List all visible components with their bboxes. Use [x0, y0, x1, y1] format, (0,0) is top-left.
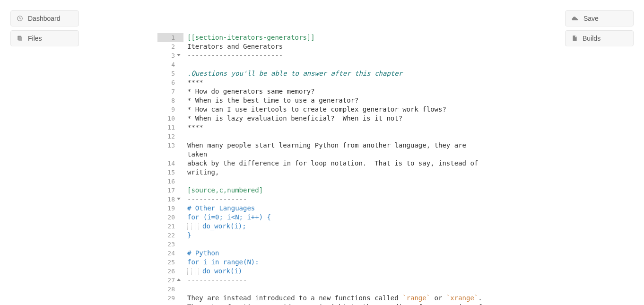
line-number: 4 [157, 60, 183, 69]
code-line[interactable]: [source,c,numbered] [187, 186, 559, 195]
code-line[interactable]: [[section-iterators-generators]] [187, 33, 559, 42]
line-number: 29 [157, 294, 183, 303]
code-line[interactable]: } [187, 231, 559, 240]
code-line[interactable]: * When is lazy evaluation beneficial? Wh… [187, 114, 559, 123]
code-line[interactable] [187, 285, 559, 294]
code-line[interactable] [187, 60, 559, 69]
line-number: 6 [157, 78, 183, 87]
line-number: 21 [157, 222, 183, 231]
code-line[interactable]: taken [187, 150, 559, 159]
code-line[interactable]: aback by the difference in for loop nota… [187, 159, 559, 168]
line-number: 9 [157, 105, 183, 114]
line-number: 30 [157, 303, 183, 305]
line-number: 19 [157, 204, 183, 213]
line-number: 3 [157, 51, 183, 60]
line-number: 27 [157, 276, 183, 285]
code-line[interactable]: **** [187, 78, 559, 87]
save-button[interactable]: Save [565, 10, 634, 26]
code-line[interactable]: **** [187, 123, 559, 132]
line-number: 23 [157, 240, 183, 249]
line-number: 26 [157, 267, 183, 276]
code-line[interactable]: for (i=0; i<N; i++) { [187, 213, 559, 222]
line-number: 2 [157, 42, 183, 51]
code-editor[interactable]: 1234567891011121314151617181920212223242… [157, 33, 559, 305]
line-number: 7 [157, 87, 183, 96]
sidebar-left: Dashboard Files [10, 10, 79, 50]
cloud-icon [571, 15, 579, 22]
code-line[interactable]: for i in range(N): [187, 258, 559, 267]
code-line[interactable]: do_work(i) [187, 267, 559, 276]
code-line[interactable]: * When is the best time to use a generat… [187, 96, 559, 105]
file-icon [571, 35, 578, 42]
line-number: 24 [157, 249, 183, 258]
code-line[interactable]: writing, [187, 168, 559, 177]
line-number: 5 [157, 69, 183, 78]
code-line[interactable]: # Python [187, 249, 559, 258]
dashboard-icon [17, 15, 23, 22]
line-number: 17 [157, 186, 183, 195]
line-number: 11 [157, 123, 183, 132]
code-line[interactable]: # Other Languages [187, 204, 559, 213]
code-line[interactable]: ------------------------ [187, 51, 559, 60]
line-number [157, 150, 183, 159]
line-number: 10 [157, 114, 183, 123]
line-number: 22 [157, 231, 183, 240]
code-line[interactable]: * How do generators same memory? [187, 87, 559, 96]
code-line[interactable]: --------------- [187, 276, 559, 285]
code-line[interactable]: .Questions you'll be able to answer afte… [187, 69, 559, 78]
code-line[interactable]: Iterators and Generators [187, 42, 559, 51]
line-number: 12 [157, 132, 183, 141]
line-number-gutter: 1234567891011121314151617181920212223242… [157, 33, 183, 305]
files-label: Files [28, 35, 42, 42]
line-number: 1 [157, 33, 183, 42]
line-number: 8 [157, 96, 183, 105]
line-number: 20 [157, 213, 183, 222]
code-line[interactable] [187, 240, 559, 249]
code-line[interactable]: do_work(i); [187, 222, 559, 231]
files-icon [17, 35, 23, 42]
code-line[interactable]: * How can I use itertools to create comp… [187, 105, 559, 114]
code-line[interactable]: When many people start learning Python f… [187, 141, 559, 150]
dashboard-label: Dashboard [28, 15, 61, 22]
code-line[interactable] [187, 177, 559, 186]
svg-rect-2 [18, 37, 22, 41]
line-number: 14 [157, 159, 183, 168]
code-content[interactable]: [[section-iterators-generators]]Iterator… [187, 33, 559, 305]
code-line[interactable]: --------------- [187, 195, 559, 204]
builds-label: Builds [583, 35, 600, 42]
files-button[interactable]: Files [10, 30, 79, 46]
code-line[interactable]: They are instead introduced to a new fun… [187, 294, 559, 303]
line-number: 16 [157, 177, 183, 186]
builds-button[interactable]: Builds [565, 30, 634, 46]
line-number: 28 [157, 285, 183, 294]
save-label: Save [583, 15, 599, 22]
dashboard-button[interactable]: Dashboard [10, 10, 79, 26]
code-line[interactable] [187, 132, 559, 141]
line-number: 25 [157, 258, 183, 267]
line-number: 13 [157, 141, 183, 150]
line-number: 18 [157, 195, 183, 204]
line-number: 15 [157, 168, 183, 177]
sidebar-right: Save Builds [565, 10, 634, 50]
code-line[interactable]: These two functions provide more insight… [187, 303, 559, 305]
